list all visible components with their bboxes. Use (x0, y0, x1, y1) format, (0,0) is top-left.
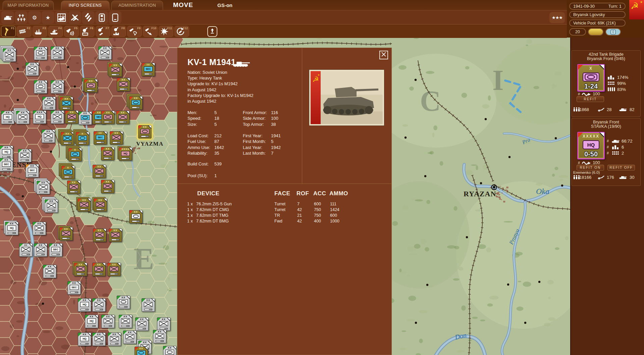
soviet-unit-counter[interactable]: XX (42, 97, 55, 109)
fkey-button-f4[interactable]: F4 (48, 26, 63, 37)
fkey-button-f8[interactable]: F8 (111, 26, 126, 37)
german-unit-counter[interactable]: XX (65, 110, 78, 123)
german-unit-counter[interactable]: XX (109, 63, 121, 76)
german-unit-counter[interactable]: XX (92, 263, 105, 275)
soviet-unit-counter[interactable]: XXHQ (85, 315, 98, 327)
soviet-unit-counter[interactable]: XXSEC (25, 164, 38, 177)
german-unit-counter[interactable]: XX (129, 210, 142, 223)
container-button[interactable] (109, 11, 121, 24)
soviet-unit-counter[interactable]: XX (142, 298, 154, 311)
german-unit-counter[interactable]: XX (94, 198, 106, 211)
soviet-unit-counter[interactable]: XX (92, 298, 105, 311)
soviet-unit-counter[interactable]: XXXHQ (33, 110, 46, 123)
soviet-unit-counter[interactable]: XX (98, 46, 111, 59)
refit-button[interactable]: REFIT OFF (607, 165, 635, 170)
soviet-unit-counter[interactable]: XXHQ (78, 333, 91, 345)
fkey-button-f12[interactable]: F12 (174, 26, 189, 37)
tab-administration[interactable]: ADMINISTRATION (111, 1, 163, 10)
soviet-unit-counter[interactable]: XX (135, 317, 148, 330)
german-unit-counter[interactable]: XX (59, 227, 72, 240)
soviet-unit-counter[interactable]: XX (51, 46, 63, 59)
soviet-unit-counter[interactable]: XX (101, 315, 114, 327)
german-unit-counter[interactable]: XX (129, 96, 142, 109)
weather-map-button[interactable] (55, 11, 68, 24)
unit-counter-bryansk-front-hq[interactable]: XXXXX HQ 0-50 (577, 132, 605, 159)
german-unit-counter[interactable]: XX (60, 97, 72, 110)
tab-map-information[interactable]: MAP INFORMATION (3, 1, 54, 10)
german-unit-counter[interactable]: XX (101, 111, 114, 123)
fkey-button-f7[interactable]: F7 (96, 26, 110, 37)
german-unit-counter[interactable]: XX (109, 229, 121, 241)
soviet-unit-counter[interactable]: III (19, 243, 32, 256)
german-unit-counter[interactable]: XX (107, 263, 120, 275)
tab-info-screens[interactable]: INFO SCREENS (61, 1, 109, 10)
fkey-button-f5[interactable]: F5 (64, 26, 79, 37)
tank-button[interactable] (1, 11, 14, 24)
german-unit-counter[interactable]: XX (67, 181, 80, 193)
soviet-unit-counter[interactable]: XX (108, 333, 120, 345)
fkey-button-f9[interactable]: F9 (127, 26, 142, 37)
german-unit-counter[interactable]: XXXXHQ (119, 147, 131, 160)
german-unit-counter[interactable]: XX (84, 79, 97, 92)
german-unit-counter[interactable]: XX (138, 125, 151, 138)
german-unit-counter[interactable]: XX (61, 132, 73, 145)
soviet-unit-counter[interactable]: XX (34, 80, 47, 93)
close-button[interactable] (379, 51, 388, 59)
soviet-unit-counter[interactable]: XX (163, 346, 176, 355)
zoom-level-field[interactable]: 20 (569, 28, 586, 36)
fkey-button-f3[interactable]: F3 (33, 26, 47, 37)
soviet-unit-counter[interactable]: XX (43, 265, 56, 277)
fkey-button-f6[interactable]: F6 (80, 26, 95, 37)
ground-conditions-button[interactable] (588, 28, 603, 36)
german-unit-counter[interactable]: XX (77, 198, 90, 211)
soviet-unit-counter[interactable]: XX (33, 222, 45, 235)
fkey-button-f10[interactable]: F10 (143, 26, 158, 37)
german-unit-counter[interactable]: XX (135, 347, 147, 355)
frozen-status-button[interactable]: 0 (605, 28, 621, 36)
fkey-button-f2[interactable]: F2 (17, 26, 32, 37)
soviet-unit-counter[interactable]: XX (37, 181, 49, 194)
german-unit-counter[interactable]: XX (110, 131, 122, 144)
soviet-unit-counter[interactable]: XX (123, 331, 136, 343)
soviet-unit-counter[interactable]: XX (34, 243, 47, 256)
german-unit-counter[interactable]: X (68, 148, 81, 161)
refit-button[interactable]: REFIT (577, 96, 604, 102)
soviet-unit-counter[interactable]: XX (78, 111, 91, 124)
german-unit-counter[interactable]: X (76, 132, 89, 145)
soviet-unit-counter[interactable]: XXSEC (0, 158, 12, 171)
depot-button[interactable] (95, 11, 108, 24)
rockets-button[interactable] (82, 11, 95, 24)
gs-toggle-label[interactable]: GS-on (217, 2, 232, 8)
soviet-unit-counter[interactable]: XX (51, 80, 63, 93)
soviet-unit-counter[interactable]: XX (25, 62, 38, 75)
soviet-unit-counter[interactable]: XX (3, 48, 15, 61)
soviet-unit-counter[interactable]: XXHQ (5, 222, 18, 235)
gear-button[interactable]: ⚙ (28, 11, 41, 24)
soviet-unit-counter[interactable]: XX (117, 296, 129, 308)
soviet-unit-counter[interactable]: XX (51, 110, 63, 123)
soviet-unit-counter[interactable]: XXSEC (67, 281, 80, 294)
german-unit-counter[interactable]: XX (74, 263, 87, 275)
soviet-unit-counter[interactable]: XX (157, 317, 170, 330)
star-button[interactable]: ★ (42, 11, 54, 24)
unit-counter-42nd-tank-brigade[interactable]: X 1-24 (577, 64, 605, 92)
soviet-unit-counter[interactable]: XX (34, 47, 47, 59)
german-unit-counter[interactable]: IIISEC (94, 131, 106, 144)
soviet-unit-counter[interactable]: XX (16, 111, 29, 123)
german-unit-counter[interactable]: XX (93, 229, 106, 241)
aircraft-button[interactable] (68, 11, 81, 24)
german-unit-counter[interactable]: X (61, 166, 74, 179)
german-unit-counter[interactable]: IIISEC (142, 63, 154, 75)
soviet-unit-counter[interactable]: XX (92, 333, 105, 345)
german-unit-counter[interactable]: XX (93, 165, 105, 178)
refit-button[interactable]: REFIT ON (577, 165, 604, 170)
german-unit-counter[interactable]: XX (101, 180, 114, 193)
commanders-report-button[interactable]: ★★★ (549, 12, 565, 23)
soviet-unit-counter[interactable]: XX (119, 315, 131, 327)
soviet-unit-counter[interactable]: XXHQ (1, 111, 14, 123)
fkey-button-f11[interactable]: F11 (159, 26, 173, 37)
soviet-unit-counter[interactable]: XX (153, 330, 166, 343)
level-up-button[interactable] (207, 26, 217, 37)
soviet-unit-counter[interactable]: XXHQ (0, 146, 12, 158)
german-unit-counter[interactable]: XX (116, 111, 129, 123)
